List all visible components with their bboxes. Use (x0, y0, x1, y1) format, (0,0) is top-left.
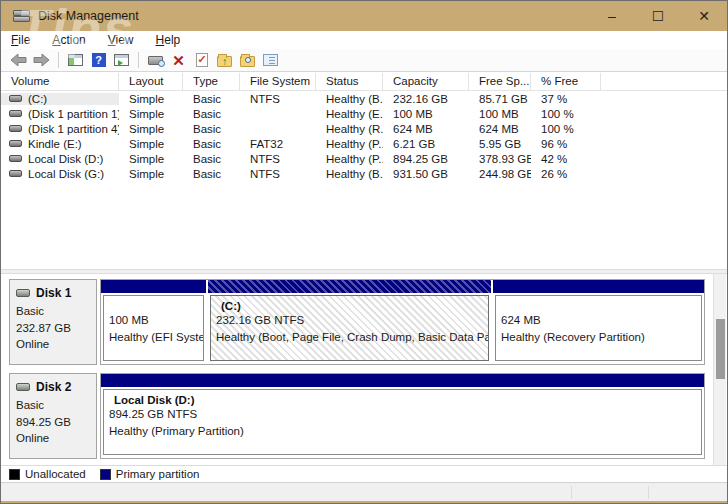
volume-icon (9, 125, 22, 132)
minimize-button[interactable]: – (589, 1, 635, 31)
legend: Unallocated Primary partition (1, 465, 727, 482)
partition-title (104, 296, 203, 312)
column-header-volume[interactable]: Volume (1, 73, 119, 90)
volume-row[interactable]: Kindle (E:)SimpleBasicFAT32Healthy (P...… (1, 136, 727, 151)
back-arrow-icon[interactable] (8, 51, 29, 69)
partition-status: Healthy (Primary Partition) (104, 423, 701, 440)
partition-band (101, 280, 206, 293)
volume-layout: Simple (119, 153, 183, 165)
volume-layout: Simple (119, 93, 183, 105)
volume-type: Basic (183, 168, 240, 180)
volume-free: 624 MB (469, 123, 531, 135)
volume-icon (9, 110, 22, 117)
volume-icon (9, 140, 22, 147)
column-header-type[interactable]: Type (183, 73, 240, 90)
scrollbar-thumb[interactable] (716, 319, 725, 379)
volume-name: (Disk 1 partition 1) (28, 108, 119, 120)
folder-search-icon[interactable] (237, 51, 258, 69)
volume-type: Basic (183, 93, 240, 105)
volume-layout: Simple (119, 168, 183, 180)
maximize-button[interactable]: ☐ (635, 1, 681, 31)
volume-list-header: Volume Layout Type File System Status Ca… (1, 73, 727, 91)
volume-capacity: 100 MB (383, 108, 469, 120)
column-header-pct-free[interactable]: % Free (531, 73, 601, 90)
partition-d[interactable]: Local Disk (D:) 894.25 GB NTFS Healthy (… (101, 374, 704, 458)
vertical-scrollbar[interactable] (713, 274, 726, 465)
menu-view[interactable]: View (108, 33, 134, 47)
menu-action[interactable]: Action (52, 33, 85, 47)
menu-bar: File Action View Help (1, 31, 727, 49)
menu-help[interactable]: Help (156, 33, 181, 47)
delete-icon[interactable]: ✕ (168, 51, 189, 69)
partition-recovery[interactable]: 624 MB Healthy (Recovery Partition) (493, 280, 704, 364)
partition-band (208, 280, 491, 293)
disk-graph-pane: Disk 1 Basic 232.87 GB Online 100 MB Hea… (1, 274, 727, 465)
disk-management-window: Disk Management – ☐ ✕ Tips File Action V… (0, 0, 728, 504)
partition-size: 232.16 GB NTFS (211, 312, 488, 329)
volume-icon (9, 170, 22, 177)
volume-pct-free: 42 % (531, 153, 601, 165)
volume-type: Basic (183, 108, 240, 120)
column-header-blank (601, 73, 727, 90)
disk-2-label-panel[interactable]: Disk 2 Basic 894.25 GB Online (9, 373, 97, 459)
disk-1-label-panel[interactable]: Disk 1 Basic 232.87 GB Online (9, 279, 97, 365)
volume-name: (C:) (28, 93, 47, 105)
volume-free: 100 MB (469, 108, 531, 120)
partition-size: 624 MB (496, 312, 701, 329)
partition-status: Healthy (EFI System (104, 329, 203, 346)
volume-free: 5.95 GB (469, 138, 531, 150)
volume-row[interactable]: (Disk 1 partition 4)SimpleBasicHealthy (… (1, 121, 727, 136)
volume-pct-free: 100 % (531, 108, 601, 120)
disk-icon (16, 383, 30, 391)
volume-free: 378.93 GB (469, 153, 531, 165)
forward-arrow-icon[interactable] (31, 51, 52, 69)
toolbar-separator (138, 52, 139, 68)
console-window-icon[interactable] (65, 51, 86, 69)
volume-row[interactable]: Local Disk (D:)SimpleBasicNTFSHealthy (P… (1, 151, 727, 166)
toolbar-separator (58, 52, 59, 68)
volume-pct-free: 100 % (531, 123, 601, 135)
volume-icon (9, 95, 22, 102)
volume-fs: NTFS (240, 168, 316, 180)
rescan-device-icon[interactable] (145, 51, 166, 69)
legend-label-primary: Primary partition (116, 468, 200, 480)
volume-name: (Disk 1 partition 4) (28, 123, 119, 135)
disk-icon (16, 289, 30, 297)
disk-1-strip: 100 MB Healthy (EFI System (C:) 232.16 G… (100, 279, 705, 365)
partition-c[interactable]: (C:) 232.16 GB NTFS Healthy (Boot, Page … (208, 280, 493, 364)
disk-size: 894.25 GB (16, 414, 96, 431)
volume-type: Basic (183, 153, 240, 165)
help-icon[interactable]: ? (88, 51, 109, 69)
volume-icon (9, 155, 22, 162)
column-header-capacity[interactable]: Capacity (383, 73, 469, 90)
folder-up-icon[interactable]: ↑ (214, 51, 235, 69)
app-icon (13, 10, 30, 23)
disk-type: Basic (16, 397, 96, 414)
partition-title: (C:) (211, 296, 488, 312)
volume-row[interactable]: Local Disk (G:)SimpleBasicNTFSHealthy (B… (1, 166, 727, 181)
volume-type: Basic (183, 138, 240, 150)
volume-row[interactable]: (Disk 1 partition 1)SimpleBasicHealthy (… (1, 106, 727, 121)
properties-icon[interactable] (260, 51, 281, 69)
column-header-file-system[interactable]: File System (240, 73, 316, 90)
volume-status: Healthy (P... (316, 138, 383, 150)
partition-efi[interactable]: 100 MB Healthy (EFI System (101, 280, 208, 364)
close-button[interactable]: ✕ (681, 1, 727, 31)
column-header-status[interactable]: Status (316, 73, 383, 90)
column-header-layout[interactable]: Layout (119, 73, 183, 90)
volume-row[interactable]: (C:)SimpleBasicNTFSHealthy (B...232.16 G… (1, 91, 727, 106)
partition-title: Local Disk (D:) (104, 390, 701, 406)
show-pane-icon[interactable] (111, 51, 132, 69)
volume-status: Healthy (R... (316, 123, 383, 135)
volume-list: Volume Layout Type File System Status Ca… (1, 73, 727, 269)
volume-layout: Simple (119, 138, 183, 150)
volume-pct-free: 37 % (531, 93, 601, 105)
status-separator (648, 486, 649, 499)
volume-capacity: 6.21 GB (383, 138, 469, 150)
partition-status: Healthy (Recovery Partition) (496, 329, 701, 346)
column-header-free-space[interactable]: Free Sp... (469, 73, 531, 90)
check-document-icon[interactable]: ✓ (191, 51, 212, 69)
menu-file[interactable]: File (11, 33, 30, 47)
disk-type: Basic (16, 303, 96, 320)
partition-size: 894.25 GB NTFS (104, 406, 701, 423)
